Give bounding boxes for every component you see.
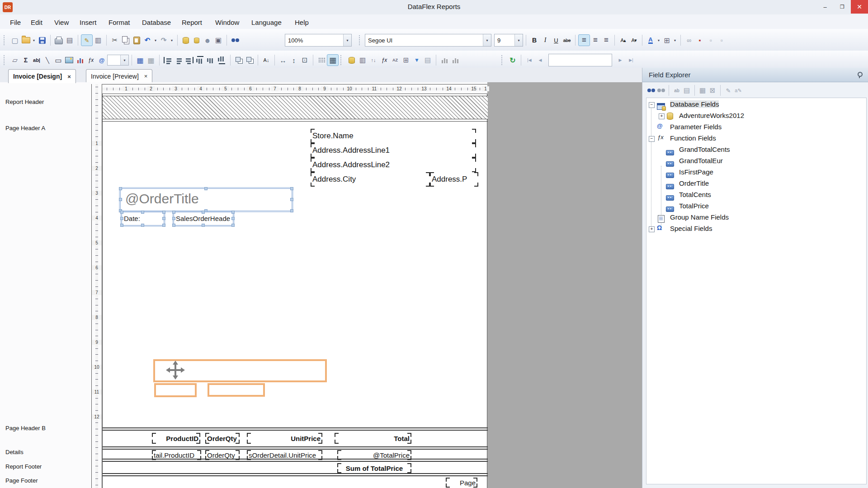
tree-item-isfirstpage[interactable]: IsFirstPage bbox=[646, 168, 866, 178]
align-center-button[interactable] bbox=[590, 35, 601, 46]
field-page-number[interactable]: Page bbox=[446, 478, 477, 488]
print-preview-button[interactable] bbox=[64, 35, 75, 46]
tree-item-totalprice[interactable]: TotalPrice bbox=[646, 202, 866, 211]
nav-previous-button[interactable] bbox=[535, 55, 546, 66]
menu-help[interactable]: Help bbox=[292, 18, 311, 27]
page-layout-button[interactable] bbox=[327, 54, 339, 66]
field-sum-totalprice[interactable]: Sum of TotalPrice bbox=[337, 463, 411, 473]
field-address-line1[interactable]: Address.AddressLine1 bbox=[311, 143, 476, 158]
field-sales-order-header[interactable]: SalesOrderHeade bbox=[174, 212, 233, 225]
insert-picture-button[interactable] bbox=[64, 55, 75, 66]
align-right-button[interactable] bbox=[601, 35, 612, 46]
find-button[interactable] bbox=[230, 35, 241, 46]
suppress-button[interactable] bbox=[694, 35, 705, 46]
print-button[interactable] bbox=[53, 35, 64, 46]
fit-height-button[interactable] bbox=[288, 55, 299, 66]
insert-text-button[interactable] bbox=[31, 55, 42, 66]
field-detail-totalprice[interactable]: @TotalPrice bbox=[337, 450, 411, 460]
minimize-button[interactable] bbox=[816, 0, 834, 14]
toolbar-grip[interactable] bbox=[340, 55, 344, 65]
nav-first-button[interactable] bbox=[524, 55, 535, 66]
borders-dropdown[interactable] bbox=[672, 35, 678, 46]
tree-item-adventureworks2012[interactable]: AdventureWorks2012 bbox=[646, 111, 866, 121]
sort-az-button[interactable] bbox=[390, 55, 401, 66]
field-order-title[interactable]: @OrderTitle bbox=[120, 188, 292, 211]
section-label-page-header-a[interactable]: Page Header A bbox=[5, 125, 45, 131]
insert-parameter-button[interactable] bbox=[96, 55, 107, 66]
redo-dropdown[interactable] bbox=[169, 35, 175, 46]
edit-text-button[interactable] bbox=[733, 85, 743, 95]
section-label-page-header-b[interactable]: Page Header B bbox=[5, 425, 46, 432]
paste-format-button[interactable] bbox=[716, 35, 727, 46]
nav-last-button[interactable] bbox=[626, 55, 637, 66]
tree-item-group-name-fields[interactable]: Group Name Fields bbox=[646, 213, 866, 223]
database-edit-button[interactable] bbox=[191, 35, 202, 46]
menu-database[interactable]: Database bbox=[139, 18, 174, 27]
font-color-button[interactable] bbox=[645, 35, 656, 46]
menu-window[interactable]: Window bbox=[212, 18, 242, 27]
tree-item-function-fields[interactable]: Function Fields bbox=[646, 134, 866, 144]
drag-outline-sales-order[interactable] bbox=[208, 383, 265, 397]
menu-file[interactable]: File bbox=[7, 18, 24, 27]
open-dropdown[interactable] bbox=[31, 35, 37, 46]
redo-button[interactable] bbox=[158, 35, 169, 46]
field-col-orderqty[interactable]: OrderQty bbox=[205, 433, 240, 444]
new-report-button[interactable] bbox=[9, 35, 20, 46]
section-label-page-footer[interactable]: Page Footer bbox=[5, 477, 38, 484]
field-detail-unitprice[interactable]: sOrderDetail.UnitPrice bbox=[247, 450, 322, 460]
field-col-total[interactable]: Total bbox=[335, 433, 411, 444]
menu-edit[interactable]: Edit bbox=[28, 18, 45, 27]
shrink-font-button[interactable] bbox=[628, 35, 639, 46]
pin-icon[interactable] bbox=[857, 72, 862, 78]
section-label-report-footer[interactable]: Report Footer bbox=[5, 463, 42, 470]
undo-button[interactable] bbox=[142, 35, 153, 46]
chevron-down-icon[interactable] bbox=[514, 34, 523, 46]
chart-expert-button[interactable] bbox=[439, 55, 450, 66]
tree-item-parameter-fields[interactable]: Parameter Fields bbox=[646, 122, 866, 132]
sql-query-button[interactable] bbox=[357, 55, 368, 66]
grid-options-button[interactable] bbox=[316, 55, 327, 66]
chevron-down-icon[interactable] bbox=[120, 55, 128, 65]
select-expert-button[interactable] bbox=[411, 55, 422, 66]
font-color-dropdown[interactable] bbox=[656, 35, 661, 46]
align-centers-button[interactable] bbox=[173, 55, 184, 66]
window-settings-button[interactable] bbox=[213, 35, 224, 46]
align-bottoms-button[interactable] bbox=[217, 55, 227, 66]
insert-field-button[interactable] bbox=[698, 85, 708, 95]
close-button[interactable] bbox=[851, 0, 868, 14]
tree-item-special-fields[interactable]: Special Fields bbox=[646, 224, 866, 234]
font-size-combobox[interactable]: 9 bbox=[494, 34, 523, 47]
fit-width-button[interactable] bbox=[278, 55, 288, 66]
italic-button[interactable] bbox=[540, 35, 551, 46]
nav-next-button[interactable] bbox=[615, 55, 626, 66]
tab-close-icon[interactable]: × bbox=[67, 73, 71, 80]
expand-icon[interactable] bbox=[659, 113, 665, 119]
login-user-button[interactable] bbox=[202, 35, 213, 46]
report-canvas[interactable]: Store.Name Address.AddressLine1 Address.… bbox=[102, 94, 487, 488]
collapse-icon[interactable] bbox=[649, 102, 655, 108]
zoom-combobox[interactable]: 100% bbox=[285, 34, 352, 47]
section-boundary[interactable] bbox=[103, 121, 488, 122]
tree-item-database-fields[interactable]: Database Fields bbox=[646, 100, 866, 110]
refresh-button[interactable] bbox=[507, 55, 518, 66]
insert-report-object-button[interactable] bbox=[9, 55, 20, 66]
delete-field-button[interactable] bbox=[708, 85, 717, 95]
hyperlink-button[interactable] bbox=[684, 35, 694, 46]
insert-chart-button[interactable] bbox=[75, 55, 85, 66]
section-boundary[interactable] bbox=[103, 427, 488, 431]
menu-language[interactable]: Language bbox=[249, 18, 284, 27]
collapse-icon[interactable] bbox=[649, 136, 655, 142]
align-rights-button[interactable] bbox=[184, 55, 195, 66]
cut-button[interactable] bbox=[109, 35, 120, 46]
chevron-down-icon[interactable] bbox=[483, 34, 491, 46]
fit-both-button[interactable] bbox=[299, 55, 310, 66]
tab-invoice-design[interactable]: Invoice [Design] × bbox=[8, 69, 76, 83]
tree-item-grandtotaleur[interactable]: GrandTotalEur bbox=[646, 156, 866, 166]
section-boundary[interactable] bbox=[103, 473, 488, 476]
bold-button[interactable] bbox=[529, 35, 540, 46]
preview-mode-button[interactable] bbox=[93, 35, 104, 46]
statistics-button[interactable] bbox=[450, 55, 461, 66]
show-grid-button[interactable] bbox=[146, 55, 156, 66]
menu-format[interactable]: Format bbox=[106, 18, 133, 27]
paste-button[interactable] bbox=[131, 35, 142, 46]
